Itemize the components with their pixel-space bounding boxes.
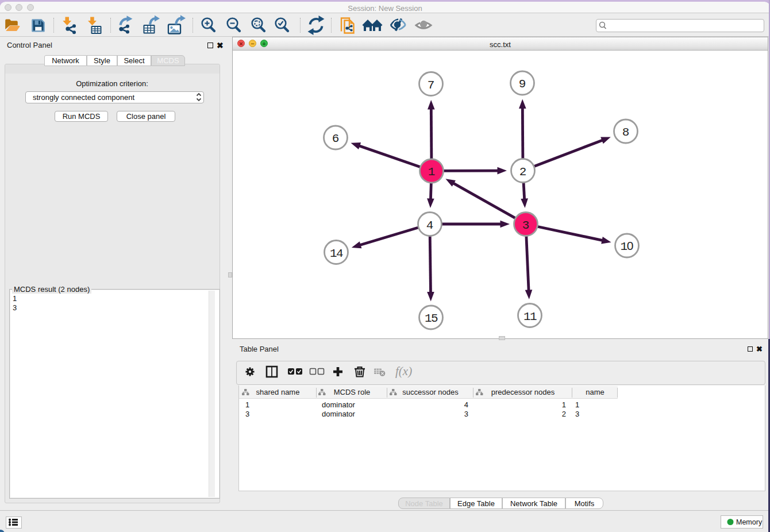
svg-text:Memory: Memory — [736, 518, 763, 526]
svg-text:f(x): f(x) — [395, 364, 412, 378]
